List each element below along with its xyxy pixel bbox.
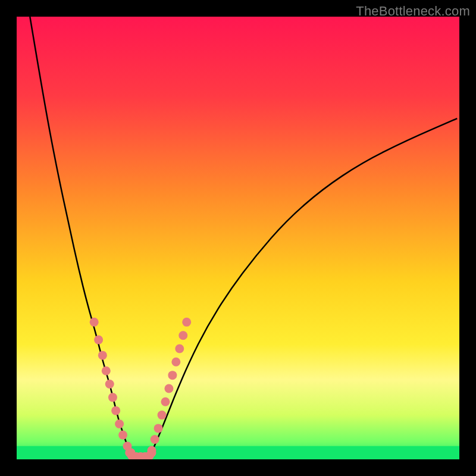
data-point [105, 380, 114, 389]
data-point [175, 345, 184, 353]
data-point [115, 419, 124, 428]
data-point [158, 411, 167, 419]
data-point [178, 331, 187, 340]
data-point [118, 431, 127, 440]
data-point [90, 318, 99, 327]
data-point [108, 393, 117, 402]
data-point [171, 358, 180, 367]
chart-frame [17, 17, 459, 459]
data-point [147, 448, 156, 457]
data-point [154, 424, 163, 433]
data-point [168, 371, 177, 380]
data-point [98, 351, 107, 360]
data-point [164, 384, 173, 393]
bottleneck-chart [17, 17, 459, 459]
data-point [161, 397, 170, 406]
gradient-background [17, 17, 459, 459]
data-point [125, 448, 134, 457]
green-band [17, 446, 459, 459]
data-point [182, 318, 191, 327]
data-point [151, 435, 159, 444]
data-point [102, 367, 111, 375]
data-point [111, 406, 120, 415]
data-point [94, 336, 103, 345]
